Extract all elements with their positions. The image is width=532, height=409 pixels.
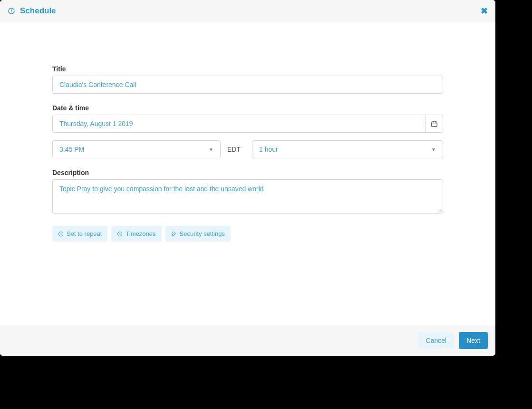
chevron-down-icon: ▼ [209,147,213,152]
timezone-label: EDT [227,146,243,153]
duration-value: 1 hour [259,146,278,153]
chevron-down-icon: ▼ [431,147,436,152]
calendar-icon [431,120,438,127]
description-input[interactable] [52,179,443,214]
time-value: 3:45 PM [59,146,84,153]
modal-header: Schedule ✖ [0,0,495,22]
duration-dropdown[interactable]: 1 hour ▼ [252,140,443,158]
time-cell: 3:45 PM ▼ EDT [52,140,243,158]
title-label: Title [52,65,443,73]
close-icon[interactable]: ✖ [481,6,488,16]
date-input[interactable] [52,115,426,133]
modal-title: Schedule [20,6,56,16]
clock-icon [58,231,64,237]
options-row: Set to repeat Timezones Security setting… [52,226,443,242]
time-row: 3:45 PM ▼ EDT 1 hour ▼ [52,140,443,158]
header-left: Schedule [8,6,56,16]
datetime-label: Date & time [52,104,443,112]
date-input-group [52,115,443,133]
title-group: Title [52,65,443,94]
title-input[interactable] [52,76,443,94]
wrench-icon [171,231,177,237]
time-dropdown[interactable]: 3:45 PM ▼ [52,140,221,158]
description-label: Description [52,169,443,176]
next-button[interactable]: Next [459,332,488,349]
schedule-modal: Schedule ✖ Title Date & time [0,0,495,356]
timezones-button[interactable]: Timezones [111,226,161,242]
form: Title Date & time 3:45 PM [52,65,443,242]
repeat-button[interactable]: Set to repeat [52,226,107,242]
datetime-group: Date & time 3:45 PM ▼ [52,104,443,158]
svg-rect-1 [432,122,437,127]
modal-footer: Cancel Next [0,325,495,356]
modal-body: Title Date & time 3:45 PM [0,22,495,325]
description-group: Description [52,169,443,215]
timezones-label: Timezones [126,230,155,237]
clock-icon [8,7,15,15]
clock-icon [117,231,123,237]
security-button[interactable]: Security settings [165,226,231,242]
duration-cell: 1 hour ▼ [252,140,443,158]
repeat-label: Set to repeat [67,230,102,237]
security-label: Security settings [180,230,225,237]
calendar-button[interactable] [426,115,443,133]
cancel-button[interactable]: Cancel [418,332,455,349]
